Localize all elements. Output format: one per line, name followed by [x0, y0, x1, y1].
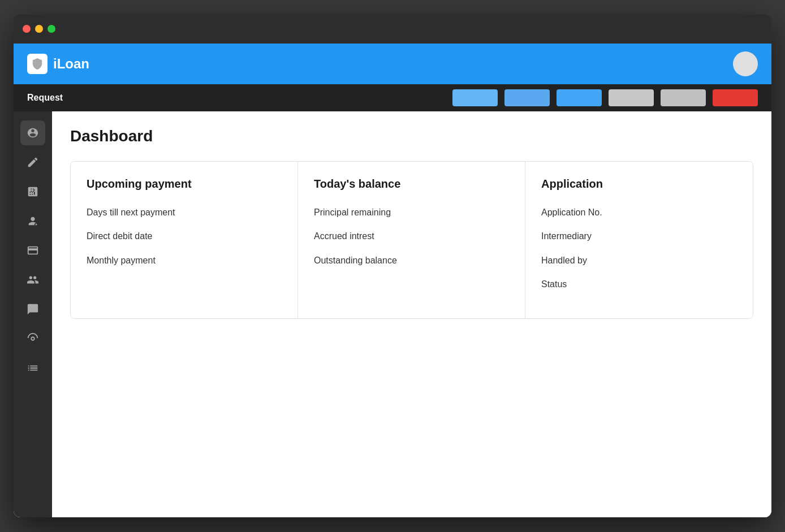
todays-balance-card: Today's balance Principal remaining Accr…	[298, 162, 525, 318]
sidebar	[14, 111, 52, 517]
title-bar	[14, 14, 771, 44]
app-header: iLoan	[14, 44, 771, 84]
request-btn-1[interactable]	[452, 89, 498, 106]
request-btn-5[interactable]	[661, 89, 706, 106]
request-label: Request	[27, 93, 63, 103]
content-area: Dashboard Upcoming payment Days till nex…	[52, 111, 771, 517]
request-btn-6[interactable]	[713, 89, 758, 106]
monthly-payment: Monthly payment	[87, 254, 282, 267]
upcoming-payment-title: Upcoming payment	[87, 178, 282, 191]
application-card: Application Application No. Intermediary…	[525, 162, 753, 318]
days-till-payment: Days till next payment	[87, 206, 282, 219]
principal-remaining: Principal remaining	[314, 206, 509, 219]
request-btn-4[interactable]	[609, 89, 654, 106]
close-button[interactable]	[23, 25, 31, 33]
todays-balance-title: Today's balance	[314, 178, 509, 191]
request-btn-3[interactable]	[557, 89, 602, 106]
app-logo-text: iLoan	[53, 56, 89, 72]
upcoming-payment-card: Upcoming payment Days till next payment …	[71, 162, 298, 318]
sidebar-item-money[interactable]	[20, 238, 45, 263]
user-avatar[interactable]	[733, 51, 758, 76]
main-content: Dashboard Upcoming payment Days till nex…	[14, 111, 771, 517]
sidebar-item-settings[interactable]	[20, 326, 45, 351]
sidebar-item-list[interactable]	[20, 356, 45, 380]
sidebar-item-messages[interactable]	[20, 297, 45, 322]
sidebar-item-group[interactable]	[20, 267, 45, 292]
logo-icon	[27, 54, 48, 74]
status: Status	[541, 278, 737, 291]
maximize-button[interactable]	[48, 25, 55, 33]
direct-debit-date: Direct debit date	[87, 230, 282, 243]
traffic-lights	[23, 25, 55, 33]
intermediary: Intermediary	[541, 230, 737, 243]
application-no: Application No.	[541, 206, 737, 219]
sidebar-item-edit[interactable]	[20, 150, 45, 175]
outstanding-balance: Outstanding balance	[314, 254, 509, 267]
minimize-button[interactable]	[35, 25, 43, 33]
dashboard-cards: Upcoming payment Days till next payment …	[70, 161, 753, 319]
sidebar-item-user-sign[interactable]	[20, 209, 45, 233]
sidebar-item-dashboard[interactable]	[20, 120, 45, 145]
request-btn-2[interactable]	[504, 89, 550, 106]
logo-area: iLoan	[27, 54, 89, 74]
sidebar-item-calculator[interactable]	[20, 179, 45, 204]
application-title: Application	[541, 178, 737, 191]
page-title: Dashboard	[70, 127, 753, 145]
accrued-interest: Accrued intrest	[314, 230, 509, 243]
handled-by: Handled by	[541, 254, 737, 267]
request-bar: Request	[14, 84, 771, 111]
